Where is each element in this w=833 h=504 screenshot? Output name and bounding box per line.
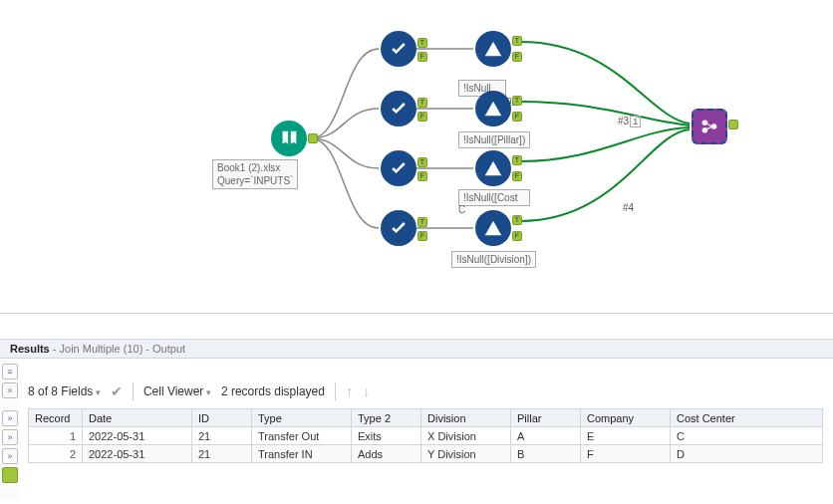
cell-date: 2022-05-31 [83,427,192,445]
formula2-false-anchor[interactable]: F [512,112,522,122]
cell-division: X Division [421,427,511,445]
formula-tool-3[interactable] [475,150,511,186]
cell-date: 2022-05-31 [83,445,192,463]
formula4-label: !IsNull([Division]) [451,251,536,268]
cell-id: 21 [192,445,252,463]
filter-tool-3[interactable] [381,150,416,186]
cell-division: Y Division [421,445,511,463]
results-title: Results [10,343,50,355]
formula1-true-anchor[interactable]: T [512,36,522,46]
filter2-false-anchor[interactable]: F [417,112,427,122]
join-icon [698,116,720,137]
cell-pillar: A [511,427,581,445]
col-division[interactable]: Division [421,409,511,427]
workflow-canvas[interactable]: Book1 (2).xlsx Query=`INPUTS` T F T F T … [0,0,833,314]
triangle-icon [482,217,504,239]
formula3-label: !IsNull([Cost [458,189,530,206]
col-company[interactable]: Company [581,409,671,427]
connection-lines [0,0,833,314]
results-subtitle: - Join Multiple (10) - Output [53,343,185,355]
col-date[interactable]: Date [83,409,192,427]
connection-anno-4: #4 [623,202,634,213]
check-icon[interactable]: ✔ [111,383,123,399]
checkmark-icon [389,39,409,59]
filter3-false-anchor[interactable]: F [417,171,427,181]
cell-costcenter: D [671,445,823,463]
cell-type2: Exits [352,427,421,445]
col-costcenter[interactable]: Cost Center [671,409,823,427]
formula2-label: !IsNull([Pillar]) [458,131,530,148]
connection-anno-3: #31 [618,116,641,126]
triangle-icon [482,38,504,60]
gutter-expand-icon[interactable]: » [2,448,18,464]
formula-tool-4[interactable] [475,210,511,246]
results-table[interactable]: Record Date ID Type Type 2 Division Pill… [28,408,823,463]
filter-tool-1[interactable] [381,31,416,67]
input-label: Book1 (2).xlsx Query=`INPUTS` [212,159,298,189]
results-toolbar: 8 of 8 Fields ✔ Cell Viewer 2 records di… [28,380,825,402]
gutter-expand-icon[interactable]: » [2,410,18,426]
cell-pillar: B [511,445,581,463]
arrow-down-icon[interactable]: ↓ [363,383,370,399]
gutter-expand-icon[interactable]: » [2,429,18,445]
cell-viewer-dropdown[interactable]: Cell Viewer [143,384,211,398]
cell-id: 21 [192,427,252,445]
filter-tool-2[interactable] [381,91,416,126]
table-row[interactable]: 2 2022-05-31 21 Transfer IN Adds Y Divis… [29,445,823,463]
table-header-row: Record Date ID Type Type 2 Division Pill… [29,409,823,427]
filter4-true-anchor[interactable]: T [417,217,427,227]
filter1-true-anchor[interactable]: T [417,38,427,48]
fields-dropdown[interactable]: 8 of 8 Fields [28,384,101,398]
filter3-true-anchor[interactable]: T [417,157,427,167]
checkmark-icon [389,218,409,238]
formula-tool-1[interactable] [475,31,511,67]
formula3-false-anchor[interactable]: F [512,171,522,181]
formula4-true-anchor[interactable]: T [512,215,522,225]
cell-company: E [581,427,671,445]
formula-tool-2[interactable] [475,91,511,126]
cell-record: 1 [29,427,83,445]
cell-costcenter: C [671,427,823,445]
input-data-tool[interactable] [271,121,307,156]
filter-tool-4[interactable] [381,210,416,246]
triangle-icon [482,157,504,179]
results-gutter: ≡ » » » » [0,361,20,500]
triangle-icon [482,98,504,120]
gutter-active-icon[interactable] [2,467,18,483]
table-row[interactable]: 1 2022-05-31 21 Transfer Out Exits X Div… [29,427,823,445]
separator [133,382,134,400]
records-count: 2 records displayed [221,384,325,398]
results-header: Results - Join Multiple (10) - Output [0,339,833,359]
checkmark-icon [389,158,409,178]
svg-point-1 [702,127,708,133]
filter2-true-anchor[interactable]: T [417,98,427,108]
formula3-true-anchor[interactable]: T [512,155,522,165]
formula3-partial: C [458,203,468,216]
col-pillar[interactable]: Pillar [511,409,581,427]
checkmark-icon [389,99,409,119]
gutter-expand-icon[interactable]: » [2,382,18,398]
cell-type: Transfer Out [252,427,352,445]
separator [335,382,336,400]
formula4-false-anchor[interactable]: F [512,231,522,241]
filter1-false-anchor[interactable]: F [417,52,427,62]
join-multiple-tool[interactable] [692,109,727,144]
cell-record: 2 [29,445,83,463]
gutter-menu-icon[interactable]: ≡ [2,364,18,379]
cell-type: Transfer IN [252,445,352,463]
svg-point-0 [702,121,708,126]
col-record[interactable]: Record [29,409,83,427]
arrow-up-icon[interactable]: ↑ [346,383,353,399]
join-output-anchor[interactable] [728,120,738,129]
cell-company: F [581,445,671,463]
formula1-false-anchor[interactable]: F [512,52,522,62]
output-anchor[interactable] [308,133,318,143]
col-type[interactable]: Type [252,409,352,427]
col-type2[interactable]: Type 2 [352,409,421,427]
cell-type2: Adds [352,445,421,463]
formula2-true-anchor[interactable]: T [512,96,522,106]
filter4-false-anchor[interactable]: F [417,231,427,241]
col-id[interactable]: ID [192,409,252,427]
book-icon [278,127,300,149]
results-pane: Results - Join Multiple (10) - Output [0,339,833,359]
